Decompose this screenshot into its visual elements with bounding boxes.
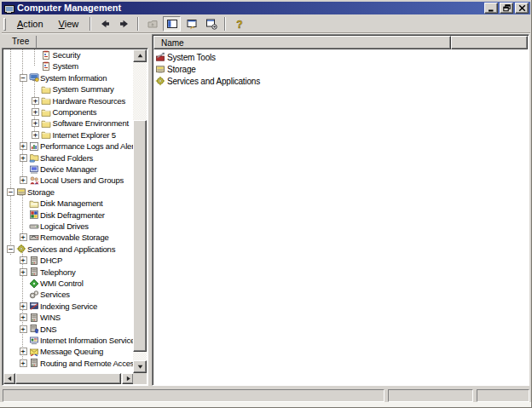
title-bar[interactable]: Computer Management: [2, 2, 530, 14]
scrollbar-corner: [133, 373, 147, 384]
tree-item[interactable]: Security: [3, 49, 147, 60]
indexing-icon: [29, 301, 39, 311]
tree-item[interactable]: +Removable Storage: [3, 232, 147, 243]
expand-toggle[interactable]: −: [7, 245, 14, 253]
expand-toggle[interactable]: −: [7, 188, 14, 196]
storage-icon: [16, 187, 26, 197]
tree-item-label: System Summary: [53, 84, 114, 94]
expand-toggle[interactable]: +: [20, 348, 27, 355]
horizontal-scrollbar[interactable]: [3, 373, 134, 384]
tree-item[interactable]: +Components: [3, 106, 147, 118]
tree-item[interactable]: +WINS: [3, 312, 147, 323]
tree-item[interactable]: +DHCP: [3, 255, 147, 266]
tree-item[interactable]: Internet Information Services: [3, 335, 147, 346]
services-apps-icon: [16, 244, 26, 254]
column-header-blank[interactable]: [451, 36, 528, 49]
tree-item[interactable]: −System Information: [3, 72, 147, 83]
column-header-name[interactable]: Name: [153, 36, 451, 49]
properties-icon: [186, 18, 198, 30]
tree-item[interactable]: +Telephony: [3, 267, 147, 278]
expand-toggle[interactable]: +: [20, 142, 27, 150]
export-list-button[interactable]: [202, 16, 220, 32]
tree-item-label: Components: [53, 107, 97, 117]
scroll-up-button[interactable]: [133, 49, 147, 62]
expand-toggle[interactable]: +: [20, 302, 27, 310]
expand-toggle[interactable]: +: [20, 154, 27, 162]
tree-item[interactable]: +Local Users and Groups: [3, 175, 147, 186]
tree-item[interactable]: +Message Queuing: [3, 346, 147, 357]
shared-folder-icon: [29, 152, 39, 163]
expand-toggle[interactable]: +: [32, 97, 39, 105]
toolbar-separator: [90, 17, 91, 31]
tab-tree[interactable]: Tree: [5, 36, 37, 48]
tree-item[interactable]: Disk Management: [3, 198, 147, 209]
help-button[interactable]: ?: [230, 16, 248, 32]
horizontal-scroll-thumb[interactable]: [15, 373, 121, 384]
expand-toggle[interactable]: +: [20, 268, 27, 276]
menu-item-view[interactable]: View: [51, 17, 87, 31]
list-item[interactable]: Storage: [153, 63, 528, 75]
list-item[interactable]: Services and Applications: [153, 75, 528, 87]
expand-toggle[interactable]: −: [20, 74, 27, 82]
tree-item[interactable]: +Indexing Service: [3, 301, 147, 312]
back-button[interactable]: [95, 16, 113, 32]
menu-item-action[interactable]: Action: [9, 17, 51, 31]
svg-text:?: ?: [236, 19, 242, 30]
window-bottom-edge: [0, 402, 532, 407]
tree-item-label: Removable Storage: [40, 233, 109, 242]
expand-toggle[interactable]: +: [32, 131, 39, 139]
menu-bar: ActionView ?: [2, 15, 530, 33]
expand-toggle[interactable]: +: [32, 119, 39, 127]
list-item[interactable]: System Tools: [153, 51, 528, 63]
tree-item-label: Indexing Service: [40, 302, 97, 311]
forward-button[interactable]: [115, 16, 133, 32]
computer-icon: [3, 3, 14, 14]
vertical-scroll-thumb[interactable]: [133, 120, 147, 352]
list-item-label: System Tools: [167, 53, 216, 62]
tree-item[interactable]: WMI Control: [3, 278, 147, 289]
dns-icon: [29, 324, 39, 334]
scroll-down-button[interactable]: [133, 360, 147, 373]
status-panel: [477, 389, 529, 402]
removable-icon: [29, 233, 39, 243]
expand-toggle[interactable]: +: [20, 233, 27, 241]
properties-button[interactable]: [182, 16, 200, 32]
tree-view: SecuritySystem−System InformationSystem …: [3, 49, 147, 373]
tree-item[interactable]: +Software Environment: [3, 118, 147, 129]
minimize-button[interactable]: [484, 3, 498, 14]
close-button[interactable]: [515, 3, 529, 14]
tree-item[interactable]: System Summary: [3, 83, 147, 95]
log-icon: [41, 50, 51, 60]
device-manager-icon: [29, 164, 39, 175]
tree-item[interactable]: System: [3, 60, 147, 72]
tree-item[interactable]: Logical Drives: [3, 221, 147, 232]
expand-toggle[interactable]: +: [20, 256, 27, 264]
tree-item[interactable]: Services: [3, 289, 147, 300]
expand-toggle[interactable]: +: [20, 176, 27, 184]
scroll-right-button[interactable]: [122, 373, 134, 384]
tree-item[interactable]: Disk Defragmenter: [3, 210, 147, 221]
tree-item[interactable]: +Internet Explorer 5: [3, 129, 147, 141]
disk-mgmt-icon: [29, 198, 39, 209]
expand-toggle[interactable]: +: [20, 313, 27, 321]
show-hide-tree-button[interactable]: [163, 16, 181, 32]
scroll-left-button[interactable]: [3, 373, 15, 384]
tree-item[interactable]: +Hardware Resources: [3, 95, 147, 106]
restore-button[interactable]: [500, 3, 513, 14]
tree-item-label: Storage: [27, 187, 55, 197]
tree-item[interactable]: +DNS: [3, 324, 147, 335]
tree-item[interactable]: +Performance Logs and Alerts: [3, 141, 147, 152]
tree-item[interactable]: +Shared Folders: [3, 152, 147, 164]
tree-item-label: Internet Explorer 5: [53, 130, 116, 140]
tree-item-label: Local Users and Groups: [40, 175, 124, 185]
tree-item[interactable]: −Storage: [3, 187, 147, 198]
tree-item[interactable]: Device Manager: [3, 164, 147, 175]
expand-toggle[interactable]: +: [32, 108, 39, 116]
tree-item[interactable]: −Services and Applications: [3, 244, 147, 255]
toolbar-separator: [137, 17, 139, 31]
expand-toggle[interactable]: +: [20, 359, 27, 367]
tree-item[interactable]: +Routing and Remote Access: [3, 358, 147, 369]
toolbar-grip[interactable]: [3, 18, 6, 31]
vertical-scrollbar[interactable]: [133, 49, 147, 373]
expand-toggle[interactable]: +: [20, 325, 27, 333]
